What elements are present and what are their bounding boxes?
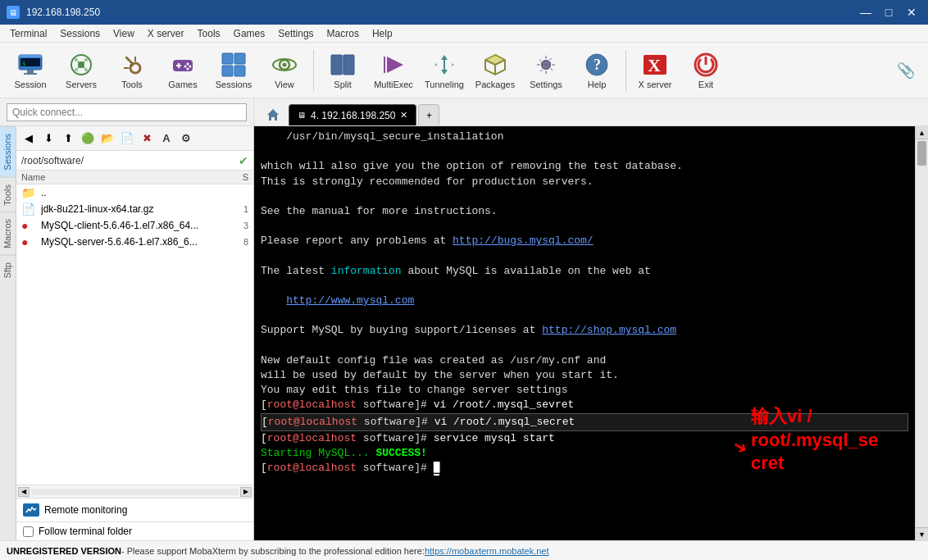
tunneling-icon (431, 52, 457, 78)
tab-add-btn[interactable]: + (418, 104, 439, 125)
multiexec-label: MultiExec (374, 80, 413, 89)
close-button[interactable]: ✕ (902, 4, 921, 20)
tab-close-btn[interactable]: ✕ (400, 110, 407, 121)
side-tab-sftp[interactable]: Sftp (0, 255, 16, 285)
terminal-line: The latest information about MySQL is av… (261, 264, 908, 279)
help-button[interactable]: ? Help (573, 47, 621, 94)
status-link[interactable]: https://mobaxterm.mobatek.net (425, 546, 549, 556)
lp-file[interactable]: 📂 (98, 130, 116, 148)
terminal-line: /usr/bin/mysql_secure_installation (261, 130, 908, 144)
svg-line-15 (83, 66, 84, 68)
lp-down[interactable]: ⬇ (39, 130, 57, 148)
scroll-up-btn[interactable]: ▲ (916, 126, 928, 139)
tools-button[interactable]: Tools (108, 47, 156, 94)
file-icon: 📄 (21, 203, 36, 216)
split-label: Split (334, 80, 351, 89)
view-button[interactable]: View (261, 47, 308, 94)
col-size-header: S (243, 172, 248, 182)
lp-back[interactable]: ◀ (20, 130, 38, 148)
lp-settings[interactable]: ⚙ (177, 130, 195, 148)
svg-line-14 (78, 66, 80, 68)
split-button[interactable]: Split (319, 47, 366, 94)
scroll-left-btn[interactable]: ◀ (18, 487, 30, 497)
games-icon (170, 52, 196, 78)
home-icon (261, 104, 285, 125)
menu-help[interactable]: Help (366, 26, 399, 41)
svg-rect-33 (343, 55, 354, 75)
list-item[interactable]: ● MySQL-server-5.6.46-1.el7.x86_6... 8 (16, 234, 253, 250)
menu-terminal[interactable]: Terminal (3, 26, 53, 41)
lp-up[interactable]: ⬆ (59, 130, 77, 148)
menu-tools[interactable]: Tools (191, 26, 227, 41)
menu-settings[interactable]: Settings (271, 26, 320, 41)
scroll-right-btn[interactable]: ▶ (240, 487, 252, 497)
link-shop[interactable]: http://shop.mysql.com (542, 324, 676, 336)
svg-point-21 (187, 62, 189, 65)
packages-label: Packages (475, 80, 515, 89)
annotation-text: 输入vi / root/.mysql_se cret (751, 405, 890, 476)
svg-point-44 (544, 62, 548, 67)
terminal[interactable]: /usr/bin/mysql_secure_installation which… (254, 126, 915, 540)
svg-rect-25 (222, 53, 233, 64)
link-bugs[interactable]: http://bugs.mysql.com/ (453, 234, 594, 247)
lp-blue[interactable]: 📄 (118, 130, 136, 148)
servers-button[interactable]: Servers (57, 47, 105, 94)
minimize-button[interactable]: — (856, 4, 876, 20)
unregistered-label: UNREGISTERED VERSION (7, 546, 121, 556)
side-tab-macros[interactable]: Macros (0, 212, 16, 255)
svg-point-22 (189, 65, 192, 67)
packages-button[interactable]: Packages (471, 47, 519, 94)
lp-del[interactable]: ✖ (138, 130, 156, 148)
follow-folder-checkbox[interactable] (23, 526, 34, 537)
side-tab-tools[interactable]: Tools (0, 177, 16, 212)
list-item[interactable]: 📄 jdk-8u221-linux-x64.tar.gz 1 (16, 201, 253, 217)
menu-xserver[interactable]: X server (141, 26, 191, 41)
exit-button[interactable]: Exit (682, 47, 730, 94)
session-label: Session (14, 80, 46, 89)
title-bar-text: 192.168.198.250 (26, 7, 849, 18)
list-item[interactable]: ● MySQL-client-5.6.46-1.el7.x86_64... 3 (16, 217, 253, 234)
terminal-line (261, 339, 908, 353)
list-item[interactable]: 📁 .. (16, 184, 253, 201)
svg-point-11 (84, 68, 88, 71)
terminal-line: New default config file was created as /… (261, 353, 908, 368)
maximize-button[interactable]: □ (879, 4, 898, 20)
menu-games[interactable]: Games (227, 26, 272, 41)
attach-icon[interactable]: 📎 (897, 61, 915, 80)
lp-rename[interactable]: A (157, 130, 175, 148)
main-area: Sessions Tools Macros Sftp ◀ ⬇ ⬆ 🟢 📂 📄 ✖… (0, 126, 928, 540)
menu-view[interactable]: View (107, 26, 141, 41)
multiexec-icon (380, 52, 407, 78)
lp-new[interactable]: 🟢 (79, 130, 97, 148)
h-scroll-track (31, 489, 239, 495)
quick-connect-input[interactable] (7, 103, 247, 121)
terminal-line (261, 219, 908, 234)
tunneling-button[interactable]: Tunneling (421, 47, 468, 94)
settings-button[interactable]: Settings (522, 47, 570, 94)
file-icon: ● (21, 235, 36, 248)
title-bar: 🖥 192.168.198.250 — □ ✕ (0, 0, 928, 25)
svg-text:$ _: $ _ (22, 61, 33, 67)
menu-macros[interactable]: Macros (321, 26, 366, 41)
path-input[interactable] (21, 153, 235, 168)
path-check-icon: ✔ (239, 154, 248, 167)
games-button[interactable]: Games (159, 47, 207, 94)
session-button[interactable]: $ _ Session (7, 47, 54, 94)
svg-point-23 (184, 65, 187, 67)
xserver-button[interactable]: X X server (631, 47, 679, 94)
side-tab-sessions[interactable]: Sessions (0, 126, 16, 177)
menu-sessions[interactable]: Sessions (53, 26, 107, 41)
scroll-down-btn[interactable]: ▼ (916, 527, 928, 540)
link-mysql[interactable]: http://www.mysql.com (286, 294, 414, 307)
remote-monitor[interactable]: Remote monitoring (16, 498, 253, 521)
app-icon: 🖥 (7, 6, 20, 19)
file-size: 8 (232, 237, 248, 247)
sessions-button[interactable]: Sessions (210, 47, 257, 94)
multiexec-button[interactable]: MultiExec (370, 47, 417, 94)
svg-marker-35 (387, 57, 403, 73)
tunneling-label: Tunneling (425, 80, 464, 89)
tab-1[interactable]: 🖥 4. 192.168.198.250 ✕ (289, 104, 416, 125)
right-scrollbar: ▲ ▼ (915, 126, 928, 540)
svg-point-8 (75, 58, 78, 61)
tab-label: 4. 192.168.198.250 (311, 110, 395, 121)
